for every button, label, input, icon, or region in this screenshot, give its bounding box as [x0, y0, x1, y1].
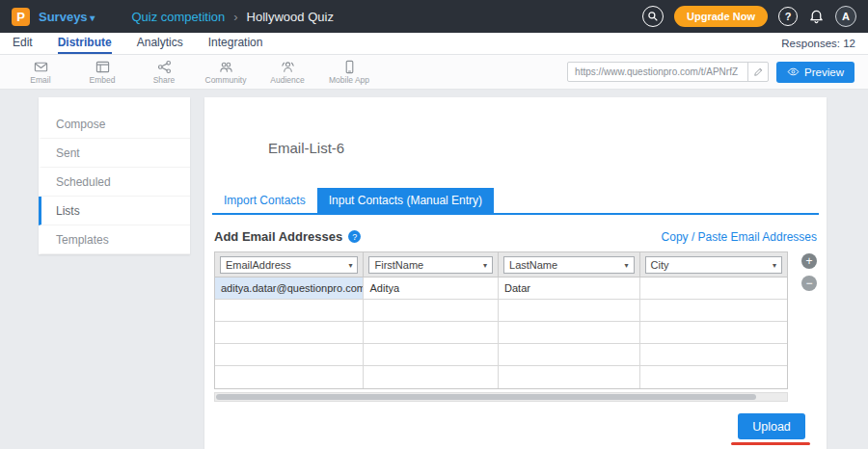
eye-icon — [787, 66, 800, 77]
community-icon — [219, 60, 233, 74]
column-select-email[interactable]: EmailAddress — [220, 256, 358, 274]
email-list-panel: Email-List-6 Import Contacts Input Conta… — [204, 97, 827, 449]
toolbar-item-email[interactable]: Email — [14, 60, 68, 85]
copy-paste-link[interactable]: Copy / Paste Email Addresses — [662, 230, 817, 244]
toolbar-item-label: Email — [30, 75, 50, 85]
upload-button[interactable]: Upload — [738, 413, 805, 439]
tab-analytics[interactable]: Analytics — [137, 33, 183, 54]
search-icon[interactable] — [642, 6, 664, 27]
cell-last-name[interactable] — [499, 344, 640, 366]
survey-url-text[interactable]: https://www.questionpro.com/t/APNrfZ — [568, 66, 747, 77]
preview-button[interactable]: Preview — [776, 62, 854, 83]
horizontal-scrollbar[interactable] — [214, 392, 788, 402]
cell-last-name[interactable]: Datar — [499, 277, 640, 300]
sidebar-item-compose[interactable]: Compose — [39, 110, 190, 139]
responses-count[interactable]: Responses: 12 — [781, 33, 855, 54]
preview-label: Preview — [804, 66, 844, 78]
sidebar-item-lists[interactable]: Lists — [39, 197, 190, 225]
email-sidebar: Compose Sent Scheduled Lists Templates — [39, 97, 190, 254]
cell-first-name[interactable] — [364, 366, 499, 388]
table-header-row: Add Email Addresses ? Copy / Paste Email… — [214, 229, 817, 244]
table-row — [215, 322, 787, 344]
cell-email[interactable] — [215, 366, 364, 388]
notifications-icon[interactable] — [808, 9, 825, 25]
cell-first-name[interactable]: Aditya — [364, 277, 499, 300]
breadcrumb-survey-link[interactable]: Quiz competition — [131, 10, 225, 24]
table-row — [215, 300, 787, 322]
tab-edit[interactable]: Edit — [13, 33, 33, 54]
sidebar-item-scheduled[interactable]: Scheduled — [39, 168, 190, 197]
cell-first-name[interactable] — [364, 322, 499, 344]
page-title: Email-List-6 — [268, 140, 344, 156]
app-window: P Surveys Quiz competition Hollywood Qui… — [0, 0, 868, 449]
email-icon — [34, 60, 48, 74]
cell-city[interactable] — [640, 344, 787, 366]
tab-integration[interactable]: Integration — [208, 33, 263, 54]
cell-city[interactable] — [640, 300, 787, 322]
cell-first-name[interactable] — [364, 300, 499, 322]
survey-nav: Edit Distribute Analytics Integration Re… — [0, 33, 868, 55]
mobile-app-icon — [342, 60, 357, 74]
table-row — [215, 344, 787, 366]
contacts-tabbar: Import Contacts Input Contacts (Manual E… — [212, 188, 819, 215]
topbar: P Surveys Quiz competition Hollywood Qui… — [0, 0, 868, 33]
toolbar-item-label: Mobile App — [329, 75, 369, 85]
column-select-first-name[interactable]: FirstName — [368, 256, 493, 274]
toolbar-item-mobile-app[interactable]: Mobile App — [322, 60, 376, 85]
toolbar-item-share[interactable]: Share — [137, 60, 191, 85]
contacts-grid-body: aditya.datar@questionpro.com Aditya Data… — [214, 277, 788, 389]
breadcrumb-current: Hollywood Quiz — [247, 10, 334, 24]
cell-city[interactable] — [640, 277, 787, 300]
distribute-toolbar: Email Embed Share Community Audience Mob… — [0, 55, 868, 90]
cell-email[interactable] — [215, 322, 364, 344]
sidebar-item-templates[interactable]: Templates — [39, 225, 190, 254]
cell-last-name[interactable] — [499, 322, 640, 344]
cell-city[interactable] — [640, 366, 787, 388]
survey-url-field[interactable]: https://www.questionpro.com/t/APNrfZ — [567, 62, 769, 82]
upgrade-button[interactable]: Upgrade Now — [674, 6, 768, 27]
remove-row-button[interactable]: − — [801, 276, 817, 291]
cell-last-name[interactable] — [499, 366, 640, 388]
toolbar-item-label: Embed — [90, 75, 116, 85]
cell-email[interactable]: aditya.datar@questionpro.com — [215, 277, 364, 300]
table-row — [215, 366, 787, 388]
toolbar-item-label: Share — [153, 75, 176, 85]
add-row-button[interactable]: + — [801, 253, 817, 269]
tab-import-contacts[interactable]: Import Contacts — [212, 188, 317, 213]
avatar[interactable]: A — [835, 6, 856, 27]
topbar-actions: Upgrade Now ? A — [642, 6, 856, 27]
share-icon — [157, 60, 172, 74]
survey-link-group: https://www.questionpro.com/t/APNrfZ Pre… — [567, 62, 854, 83]
column-select-city[interactable]: City — [645, 256, 782, 274]
cell-last-name[interactable] — [499, 300, 640, 322]
cell-email[interactable] — [215, 300, 364, 322]
scrollbar-thumb[interactable] — [216, 394, 756, 400]
toolbar-item-label: Community — [205, 75, 247, 85]
help-icon[interactable]: ? — [348, 230, 361, 243]
help-icon[interactable]: ? — [778, 7, 798, 26]
toolbar-item-audience[interactable]: Audience — [260, 60, 314, 85]
audience-icon — [281, 60, 295, 74]
breadcrumb: Quiz competition Hollywood Quiz — [131, 10, 334, 24]
add-email-addresses-label: Add Email Addresses — [214, 229, 342, 244]
toolbar-item-label: Audience — [270, 75, 304, 85]
embed-icon — [95, 60, 110, 74]
content-area: Compose Sent Scheduled Lists Templates E… — [0, 90, 868, 449]
surveys-menu[interactable]: Surveys — [39, 10, 95, 24]
tab-distribute[interactable]: Distribute — [58, 33, 112, 54]
table-row: aditya.datar@questionpro.com Aditya Data… — [215, 277, 787, 300]
breadcrumb-separator — [233, 10, 237, 24]
cell-first-name[interactable] — [364, 344, 499, 366]
tab-input-contacts-manual[interactable]: Input Contacts (Manual Entry) — [317, 188, 494, 213]
contacts-grid: EmailAddress FirstName LastName City adi… — [214, 251, 788, 389]
edit-url-icon[interactable] — [747, 63, 768, 81]
questionpro-logo[interactable]: P — [12, 8, 30, 26]
cell-city[interactable] — [640, 322, 787, 344]
contacts-grid-header: EmailAddress FirstName LastName City — [214, 251, 788, 277]
column-select-last-name[interactable]: LastName — [503, 256, 635, 274]
toolbar-item-embed[interactable]: Embed — [75, 60, 129, 85]
toolbar-item-community[interactable]: Community — [199, 60, 253, 85]
cell-email[interactable] — [215, 344, 364, 366]
red-annotation-underline — [731, 442, 810, 445]
sidebar-item-sent[interactable]: Sent — [39, 139, 190, 168]
